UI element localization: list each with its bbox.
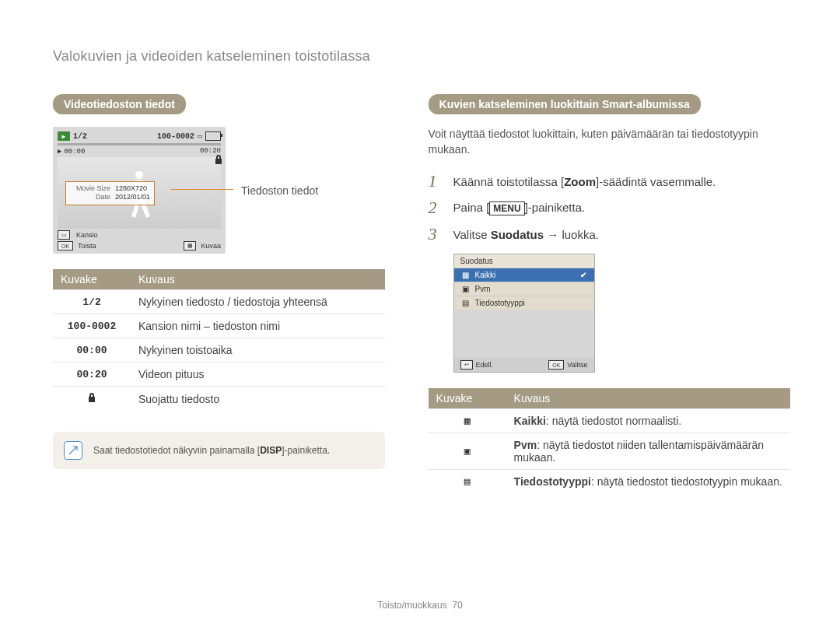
table-row: 00:00Nykyinen toistoaika [53, 338, 385, 363]
menu-button-label: MENU [489, 201, 524, 215]
filter-all-icon: ▦ [462, 271, 469, 279]
section-title-video-info: Videotiedoston tiedot [53, 94, 186, 114]
table-row: 00:20Videon pituus [53, 363, 385, 387]
note-text: Saat tiedostotiedot näkyviin painamalla … [93, 445, 330, 456]
file-info-callout-label: Tiedoston tiedot [241, 184, 318, 197]
table-row: ▦Kaikki: näytä tiedostot normaalisti. [429, 409, 790, 433]
filetype-icon: ▤ [464, 476, 471, 488]
video-info-legend-table: Kuvake Kuvaus 1/2Nykyinen tiedosto / tie… [53, 269, 385, 412]
note-icon [64, 441, 82, 460]
back-icon: ↩ [460, 360, 473, 370]
table-row: 1/2Nykyinen tiedosto / tiedostoja yhteen… [53, 290, 385, 314]
arrow-right-icon: → [547, 228, 558, 241]
lock-icon [86, 394, 97, 405]
breadcrumb: Valokuvien ja videoiden katseleminen toi… [53, 48, 790, 65]
calendar-icon: ▣ [464, 446, 471, 457]
table-row: ▣Pvm: näytä tiedostot niiden tallentamis… [429, 433, 790, 470]
calendar-icon: ▣ [462, 285, 469, 293]
filter-legend-table: Kuvake Kuvaus ▦Kaikki: näytä tiedostot n… [429, 388, 790, 493]
col-icon-header: Kuvake [53, 269, 131, 290]
info-note: Saat tiedostotiedot näkyviin painamalla … [53, 432, 385, 469]
page-footer: Toisto/muokkaus 70 [0, 600, 840, 611]
filter-option-all: ▦ Kaikki ✔ [454, 268, 594, 282]
intro-text: Voit näyttää tiedostot luokittain, kuten… [429, 127, 790, 157]
table-row: 100-0002Kansion nimi – tiedoston nimi [53, 314, 385, 338]
ok-icon: OK [58, 241, 73, 250]
section-title-smart-album: Kuvien katseleminen luokittain Smart-alb… [429, 94, 701, 114]
step-1: 1 Käännä toistotilassa [Zoom]-säädintä v… [429, 171, 790, 191]
table-row: ▤Tiedostotyyppi: näytä tiedostot tiedost… [429, 470, 790, 494]
camera-screen-preview: ▶ 1/2 100-0002 ▭ ▶00:00 00:20 [53, 127, 226, 254]
step-3: 3 Valitse Suodatus → luokka. [429, 224, 790, 244]
ok-icon: OK [548, 360, 564, 370]
play-small-icon: ▶ [58, 147, 61, 156]
filter-header: Suodatus [454, 254, 594, 268]
check-icon: ✔ [580, 271, 586, 279]
filter-all-icon: ▦ [464, 415, 471, 427]
thumb-icon: ▦ [184, 241, 196, 250]
filter-option-filetype: ▤ Tiedostotyyppi [454, 296, 594, 310]
memory-icon: ▭ [198, 131, 202, 141]
col-icon-header: Kuvake [429, 388, 506, 409]
filter-option-date: ▣ Pvm [454, 282, 594, 296]
col-desc-header: Kuvaus [506, 388, 790, 409]
filetype-icon: ▤ [462, 299, 469, 307]
folder-icon: ▭ [58, 230, 70, 240]
col-desc-header: Kuvaus [131, 269, 385, 290]
screen-counter: 1/2 [73, 132, 87, 141]
step-2: 2 Paina [MENU]-painiketta. [429, 198, 790, 218]
table-row: Suojattu tiedosto [53, 387, 385, 412]
play-icon: ▶ [58, 131, 70, 141]
filter-menu-screen: Suodatus ▦ Kaikki ✔ ▣ Pvm ▤ Tiedostotyyp… [453, 254, 595, 373]
screen-filename: 100-0002 [157, 132, 194, 141]
battery-icon [205, 131, 221, 141]
file-info-overlay: Movie Size1280X720 Date2012/01/01 [65, 181, 155, 205]
